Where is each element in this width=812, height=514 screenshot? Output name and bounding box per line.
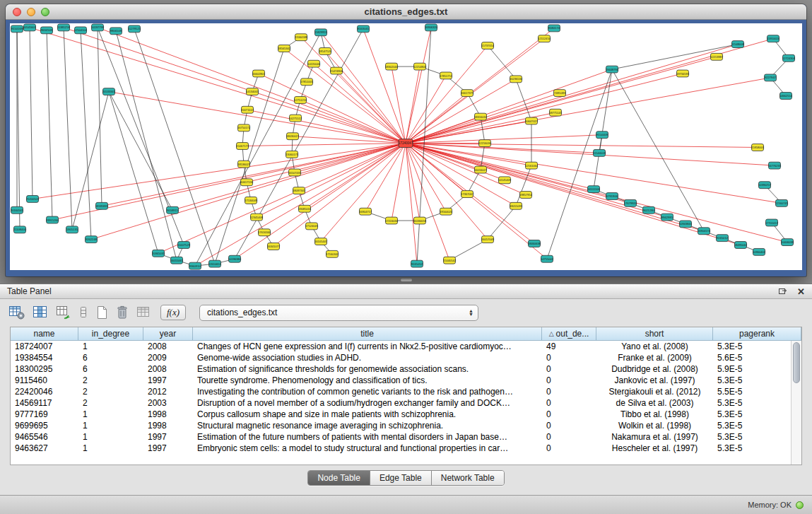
graph-node[interactable]: 9360910 — [189, 262, 201, 269]
table-row[interactable]: 977716911998Corpus callosum shape and si… — [11, 409, 791, 420]
graph-node[interactable]: 18547520 — [319, 48, 332, 55]
graph-node[interactable]: 14220040 — [307, 60, 321, 67]
graph-node[interactable]: 16776233 — [768, 162, 782, 169]
graph-node[interactable]: 15829955 — [314, 29, 328, 36]
edit-table-icon[interactable] — [55, 304, 72, 321]
graph-node[interactable]: 20365035 — [152, 250, 165, 257]
graph-node[interactable]: 17534049 — [245, 197, 258, 204]
column-header-title[interactable]: title — [193, 327, 542, 340]
import-table-icon[interactable] — [136, 304, 153, 321]
tab-network-table[interactable]: Network Table — [432, 471, 504, 485]
graph-node[interactable]: 9806508 — [110, 28, 122, 35]
graph-node[interactable]: 12504104 — [74, 27, 88, 34]
graph-node[interactable]: 12214800 — [413, 63, 427, 70]
graph-node[interactable]: 11548008 — [731, 41, 745, 48]
graph-node[interactable]: 9021280 — [643, 206, 655, 214]
table-row[interactable]: 1938455462009Genome-wide association stu… — [11, 352, 791, 363]
graph-node[interactable]: 18536021 — [237, 160, 251, 168]
graph-node[interactable]: 12751216 — [294, 97, 307, 104]
panel-splitter[interactable] — [0, 276, 812, 284]
graph-node[interactable]: 17616340 — [258, 229, 271, 236]
delete-rows-icon[interactable] — [115, 304, 129, 321]
graph-node[interactable]: 15067173 — [236, 143, 249, 150]
graph-node[interactable]: 18055093 — [510, 202, 523, 209]
graph-node[interactable]: 16750172 — [237, 124, 251, 132]
table-row[interactable]: 911546021997Tourette syndrome. Phenomeno… — [11, 375, 791, 386]
graph-node[interactable]: 9154409 — [596, 132, 608, 139]
graph-node[interactable]: 12724304 — [782, 54, 796, 62]
graph-node[interactable]: 17524045 — [305, 223, 319, 230]
graph-node[interactable]: 18302040 — [385, 63, 399, 70]
graph-node[interactable]: 8942985 — [661, 214, 673, 221]
network-canvas[interactable]: 9150169105456019634508113812581250410410… — [10, 23, 802, 270]
graph-node[interactable]: 12161064 — [525, 162, 539, 169]
graph-node[interactable]: 16236530 — [510, 76, 523, 83]
graph-node[interactable]: 12160745 — [775, 199, 789, 206]
column-header-short[interactable]: short — [596, 327, 713, 340]
graph-node[interactable]: 17701057 — [765, 219, 779, 226]
graph-node[interactable]: 18460638 — [528, 240, 541, 247]
graph-node[interactable]: 15737054 — [481, 42, 495, 49]
graph-node[interactable]: 14755042 — [541, 255, 554, 262]
graph-node[interactable]: 17224030 — [385, 217, 399, 224]
zoom-window-button[interactable] — [41, 8, 49, 16]
graph-node[interactable]: 16904717 — [359, 208, 372, 215]
graph-node[interactable]: 19564020 — [440, 208, 453, 215]
graph-node[interactable]: 20071107 — [241, 106, 254, 113]
graph-node[interactable]: 10197798 — [91, 24, 105, 31]
column-header-pagerank[interactable]: pagerank — [713, 327, 801, 340]
graph-node[interactable]: 13060173 — [286, 151, 299, 158]
graph-node[interactable]: 9245012 — [717, 235, 729, 242]
graph-node[interactable]: 12213987 — [710, 53, 724, 60]
column-header-year[interactable]: year — [143, 327, 193, 340]
table-row[interactable]: 2242004622012Investigating the contribut… — [11, 386, 791, 397]
graph-node[interactable]: 19085016 — [298, 205, 312, 212]
graph-node[interactable]: 18097341 — [293, 187, 306, 194]
graph-node[interactable]: 8163041 — [358, 25, 370, 33]
graph-node[interactable]: 16602801 — [252, 70, 266, 77]
column-header-in-degree[interactable]: in_degree — [78, 327, 143, 340]
graph-node[interactable]: 10406038 — [781, 239, 794, 246]
graph-node[interactable]: 10617130 — [240, 179, 254, 186]
close-panel-icon[interactable]: ✕ — [797, 286, 805, 297]
graph-node[interactable]: 10960402 — [753, 248, 766, 255]
scrollbar-thumb[interactable] — [793, 342, 800, 383]
graph-node[interactable]: 21108400 — [13, 226, 27, 233]
close-window-button[interactable] — [13, 8, 21, 16]
graph-node[interactable]: 11544009 — [593, 149, 606, 156]
graph-node[interactable]: 16105447 — [314, 238, 328, 245]
window-titlebar[interactable]: citations_edges.txt — [6, 4, 806, 20]
graph-node[interactable]: 9058915 — [167, 206, 179, 214]
graph-node[interactable]: 10647427 — [525, 117, 539, 124]
graph-node[interactable]: 17851751 — [440, 72, 453, 79]
graph-node[interactable]: 16341077 — [267, 243, 281, 250]
graph-node[interactable]: 6791906 — [606, 193, 618, 200]
graph-node[interactable]: 10196380 — [228, 255, 242, 262]
column-header-name[interactable]: name — [11, 327, 78, 340]
graph-node[interactable]: 12216030 — [478, 140, 492, 147]
table-row[interactable]: 946554611997Estimation of the future num… — [11, 431, 791, 443]
graph-node[interactable]: 15474906 — [330, 67, 343, 74]
graph-node[interactable]: 16016027 — [474, 166, 488, 173]
graph-node[interactable]: 14662554 — [779, 93, 793, 100]
graph-node[interactable]: 10943841 — [679, 221, 693, 228]
tab-node-table[interactable]: Node Table — [308, 471, 370, 485]
graph-node-hub[interactable]: 17240047 — [399, 139, 413, 148]
graph-node[interactable]: 19448794 — [606, 66, 619, 73]
table-row[interactable]: 1456911722003Disruption of a novel membe… — [11, 397, 791, 409]
graph-node[interactable]: 16906320 — [425, 24, 438, 31]
graph-node[interactable]: 16055065 — [170, 257, 184, 264]
graph-node[interactable]: 17367067 — [461, 191, 474, 198]
graph-node[interactable]: 20533341 — [102, 88, 116, 95]
graph-node[interactable]: 7485083 — [554, 90, 566, 97]
graph-node[interactable]: 22060588 — [295, 34, 308, 41]
graph-node[interactable]: 18030027 — [286, 133, 300, 140]
graph-node[interactable]: 14145409 — [498, 177, 512, 184]
graph-node[interactable]: 11279525 — [128, 25, 141, 33]
graph-node[interactable]: 18316032 — [474, 113, 488, 120]
graph-node[interactable]: 12610651 — [208, 260, 222, 267]
minimize-window-button[interactable] — [27, 8, 35, 16]
graph-node[interactable]: 9245052 — [411, 260, 423, 267]
table-scrollbar[interactable] — [791, 341, 801, 465]
graph-node[interactable]: 9262248 — [86, 236, 98, 243]
